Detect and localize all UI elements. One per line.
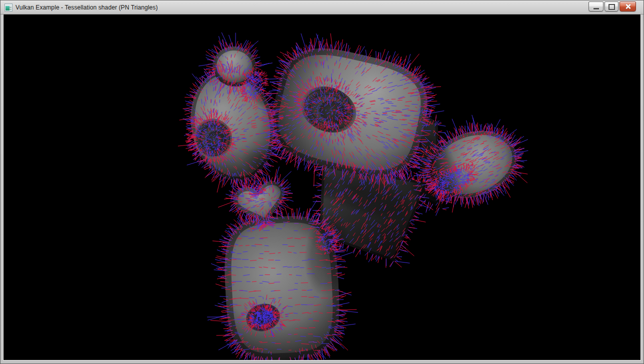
window-frame	[0, 14, 644, 364]
window-title: Vulkan Example - Tessellation shader (PN…	[16, 4, 158, 11]
close-icon	[625, 4, 631, 10]
app-icon-titlebar-stripe	[6, 4, 12, 6]
app-icon-viewport-block	[6, 6, 10, 10]
app-icon[interactable]	[4, 4, 12, 12]
minimize-button[interactable]	[588, 2, 604, 12]
maximize-button[interactable]	[604, 2, 618, 12]
app-icon-text-lines	[10, 6, 12, 10]
titlebar[interactable]: Vulkan Example - Tessellation shader (PN…	[0, 0, 644, 14]
maximize-icon	[608, 4, 615, 10]
close-button[interactable]	[620, 2, 636, 12]
window-controls	[588, 2, 636, 12]
minimize-icon	[594, 8, 599, 10]
viewport-frame	[4, 14, 640, 360]
app-window: Vulkan Example - Tessellation shader (PN…	[0, 0, 644, 364]
render-viewport[interactable]	[4, 14, 640, 360]
